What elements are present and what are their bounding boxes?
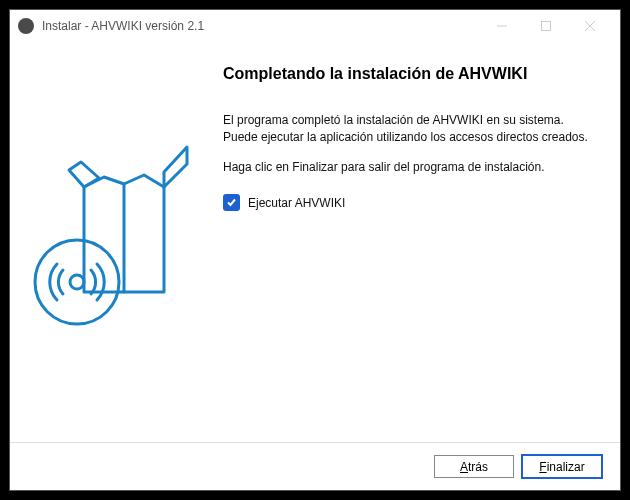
wizard-sidebar	[10, 42, 207, 442]
launch-checkbox-label[interactable]: Ejecutar AHVWIKI	[248, 196, 345, 210]
svg-point-7	[35, 240, 119, 324]
maximize-icon	[541, 21, 551, 31]
minimize-button[interactable]	[480, 12, 524, 40]
package-disc-illustration	[29, 142, 189, 342]
window-title: Instalar - AHVWIKI versión 2.1	[42, 19, 480, 33]
window-controls	[480, 12, 612, 40]
svg-point-8	[70, 275, 84, 289]
app-icon	[18, 18, 34, 34]
close-icon	[585, 21, 595, 31]
svg-rect-1	[542, 22, 551, 31]
wizard-main: Completando la instalación de AHVWIKI El…	[207, 42, 620, 442]
button-bar: Atrás Finalizar	[10, 442, 620, 490]
content-area: Completando la instalación de AHVWIKI El…	[10, 42, 620, 442]
titlebar: Instalar - AHVWIKI versión 2.1	[10, 10, 620, 42]
page-heading: Completando la instalación de AHVWIKI	[223, 64, 592, 84]
close-button[interactable]	[568, 12, 612, 40]
launch-checkbox-row: Ejecutar AHVWIKI	[223, 194, 592, 211]
minimize-icon	[497, 21, 507, 31]
installer-window: Instalar - AHVWIKI versión 2.1	[9, 9, 621, 491]
maximize-button[interactable]	[524, 12, 568, 40]
back-button[interactable]: Atrás	[434, 455, 514, 478]
completion-paragraph-1: El programa completó la instalación de A…	[223, 112, 592, 147]
finish-button[interactable]: Finalizar	[522, 455, 602, 478]
launch-checkbox[interactable]	[223, 194, 240, 211]
svg-marker-4	[164, 147, 187, 187]
checkmark-icon	[226, 197, 237, 208]
completion-paragraph-2: Haga clic en Finalizar para salir del pr…	[223, 159, 592, 176]
